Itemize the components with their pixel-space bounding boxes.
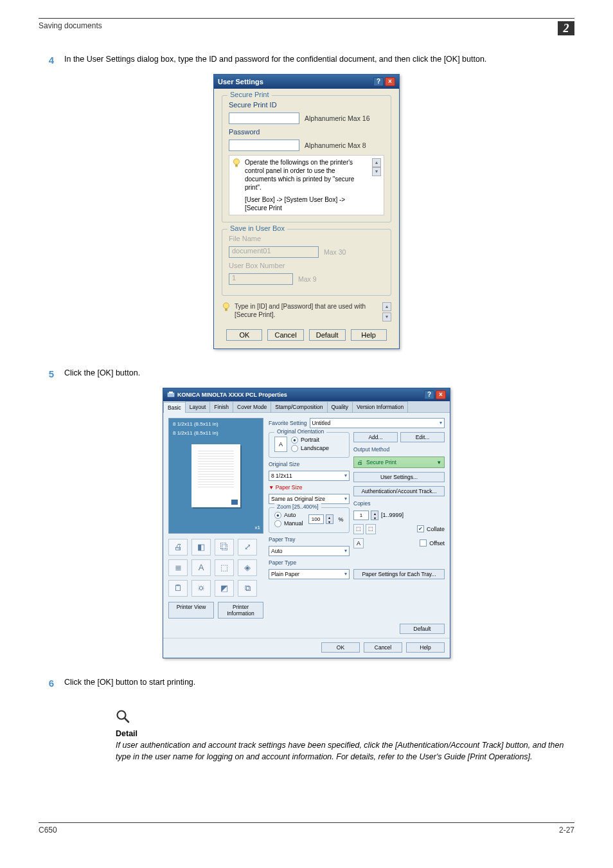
per-tray-button[interactable]: Paper Settings for Each Tray... xyxy=(353,569,445,579)
auth-track-button[interactable]: Authentication/Account Track... xyxy=(353,486,445,496)
file-name-input: document01 xyxy=(229,246,319,258)
tool-icon-10[interactable]: ⛭ xyxy=(191,580,211,597)
add-button[interactable]: Add... xyxy=(353,432,398,442)
tool-icon-12[interactable]: ⧉ xyxy=(238,580,257,597)
info-scroll-up[interactable]: ▴ xyxy=(372,158,381,167)
titlebar-close-icon[interactable]: × xyxy=(385,77,395,86)
note-scroll-up[interactable]: ▴ xyxy=(382,302,391,311)
bulb-icon xyxy=(222,302,231,315)
collate-icons: ⬚⬚ xyxy=(353,524,376,534)
tab-cover-mode[interactable]: Cover Mode xyxy=(233,401,271,412)
ok-button[interactable]: OK xyxy=(226,329,262,341)
tool-icon-9[interactable]: 🗒 xyxy=(168,580,188,597)
titlebar-close-icon[interactable]: × xyxy=(436,390,446,399)
tool-icon-11[interactable]: ◩ xyxy=(215,580,234,597)
zoom-auto-radio[interactable]: ●Auto xyxy=(274,512,303,519)
info-scroll-down[interactable]: ▾ xyxy=(372,167,381,176)
preview-pane: 8 1/2x11 (8.5x11 in) 8 1/2x11 (8.5x11 in… xyxy=(168,418,263,534)
edit-button[interactable]: Edit... xyxy=(400,432,445,442)
offset-checkbox[interactable]: Offset xyxy=(420,539,445,547)
footer-right: 2-27 xyxy=(559,826,574,835)
user-settings-button[interactable]: User Settings... xyxy=(353,472,445,482)
original-size-select[interactable]: 8 1/2x11 xyxy=(269,471,350,481)
zoom-spinner[interactable]: 100 ▴▾ xyxy=(308,514,333,524)
step-5-number: 5 xyxy=(39,367,64,381)
tool-icon-5[interactable]: ≣ xyxy=(168,559,188,576)
collate-checkbox[interactable]: ✔Collate xyxy=(417,525,445,532)
svg-rect-3 xyxy=(225,309,227,311)
portrait-radio[interactable]: ●Portrait xyxy=(291,437,329,444)
titlebar-help-icon[interactable]: ? xyxy=(373,77,384,86)
secure-print-group: Secure Print Secure Print ID Alphanumeri… xyxy=(222,95,391,222)
orientation-icon: A xyxy=(274,437,287,452)
svg-rect-1 xyxy=(235,165,238,167)
printer-information-button[interactable]: Printer Information xyxy=(218,602,263,619)
detail-text: If user authentication and account track… xyxy=(116,739,565,763)
file-name-hint: Max 30 xyxy=(324,248,346,256)
default-button[interactable]: Default xyxy=(309,329,346,341)
printer-lock-icon: 🖨 xyxy=(357,459,363,466)
secure-id-label: Secure Print ID xyxy=(229,101,384,109)
svg-rect-5 xyxy=(169,392,173,393)
user-settings-note: Type in [ID] and [Password] that are use… xyxy=(235,302,378,319)
tab-version[interactable]: Version Information xyxy=(352,401,408,412)
zoom-legend: Zoom [25..400%] xyxy=(274,503,321,510)
landscape-radio[interactable]: Landscape xyxy=(291,445,329,452)
tool-icon-3[interactable]: ⿻ xyxy=(215,539,234,556)
paper-type-select[interactable]: Plain Paper xyxy=(269,569,350,579)
help-button[interactable]: Help xyxy=(406,642,445,653)
default-button[interactable]: Default xyxy=(400,624,445,634)
tool-icon-4[interactable]: ⤢ xyxy=(238,539,257,556)
tool-icon-6[interactable]: A xyxy=(191,559,211,576)
original-size-label: Original Size xyxy=(269,461,350,467)
ok-button[interactable]: OK xyxy=(321,642,360,653)
step-4-text: In the User Settings dialog box, type th… xyxy=(64,53,574,68)
note-scroll-down[interactable]: ▾ xyxy=(382,312,391,321)
tool-icon-1[interactable]: 🖨 xyxy=(168,539,188,556)
step-6-number: 6 xyxy=(39,676,64,691)
paper-type-label: Paper Type xyxy=(269,559,350,566)
zoom-group: Zoom [25..400%] ●Auto Manual 100 ▴▾ xyxy=(269,507,350,533)
secure-print-legend: Secure Print xyxy=(227,91,272,98)
secure-id-hint: Alphanumeric Max 16 xyxy=(305,114,370,122)
help-button[interactable]: Help xyxy=(351,329,387,341)
zoom-unit: % xyxy=(339,516,344,523)
preview-scale: x1 xyxy=(255,525,260,530)
footer-left: C650 xyxy=(39,826,57,835)
svg-line-7 xyxy=(125,718,129,722)
printer-icon xyxy=(167,391,175,399)
paper-tray-select[interactable]: Auto xyxy=(269,546,350,556)
output-method-select[interactable]: 🖨 Secure Print xyxy=(353,457,445,468)
cancel-button[interactable]: Cancel xyxy=(364,642,402,653)
copies-spinner[interactable]: 1 ▴▾ xyxy=(353,511,378,520)
cancel-button[interactable]: Cancel xyxy=(267,329,303,341)
svg-point-2 xyxy=(224,303,229,309)
user-settings-dialog: User Settings ? × Secure Print Secure Pr… xyxy=(213,74,400,349)
step-4-number: 4 xyxy=(39,53,64,68)
box-number-input: 1 xyxy=(229,273,293,285)
printer-view-button[interactable]: Printer View xyxy=(168,602,214,619)
tab-basic[interactable]: Basic xyxy=(163,402,186,413)
password-input[interactable] xyxy=(229,140,299,151)
tab-layout[interactable]: Layout xyxy=(185,401,211,412)
file-name-label: File Name xyxy=(229,235,384,242)
paper-size-select[interactable]: Same as Original Size xyxy=(269,494,350,504)
tool-icon-7[interactable]: ⬚ xyxy=(215,559,234,576)
password-hint: Alphanumeric Max 8 xyxy=(305,141,366,149)
detail-heading: Detail xyxy=(116,729,574,738)
secure-id-input[interactable] xyxy=(229,113,299,124)
titlebar-help-icon[interactable]: ? xyxy=(424,390,434,399)
tab-quality[interactable]: Quality xyxy=(327,401,353,412)
favorite-select[interactable]: Untitled xyxy=(310,418,445,428)
tool-icon-2[interactable]: ◧ xyxy=(191,539,211,556)
save-box-legend: Save in User Box xyxy=(227,224,287,232)
paper-preview xyxy=(191,444,240,507)
copies-range: [1..9999] xyxy=(381,512,404,518)
orientation-group: Original Orientation A ●Portrait Landsca… xyxy=(269,432,350,458)
magnifier-icon xyxy=(116,709,574,727)
bulb-icon xyxy=(232,158,241,171)
tool-icon-8[interactable]: ◈ xyxy=(238,559,257,576)
tab-finish[interactable]: Finish xyxy=(209,401,233,412)
zoom-manual-radio[interactable]: Manual xyxy=(274,520,303,527)
tab-stamp[interactable]: Stamp/Composition xyxy=(271,401,327,412)
